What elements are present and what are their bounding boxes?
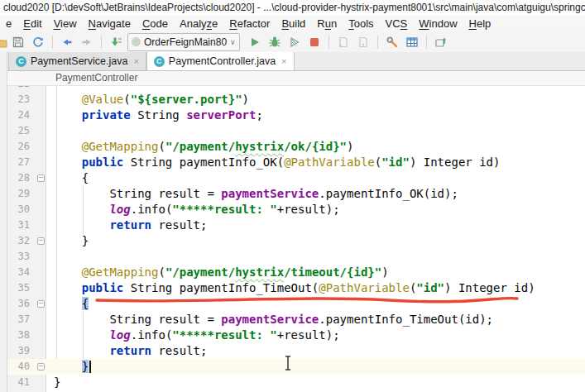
line-number[interactable]: 38 [7,327,30,343]
code-line[interactable]: private String serverPort; [54,108,263,123]
wrench-icon [386,36,399,49]
code-line[interactable]: } [54,359,91,375]
run-button[interactable] [245,33,265,51]
sync-button[interactable] [28,33,48,51]
editor-row: 40 } [0,359,585,375]
back-button[interactable] [57,33,77,51]
run-configuration-select[interactable]: OrderFeignMain80 ∨ [127,33,240,51]
coverage-icon [288,36,301,49]
line-number[interactable]: 35 [7,280,30,296]
code-line[interactable]: { [54,296,89,312]
fold-marker-icon[interactable] [37,174,45,182]
menu-item-window[interactable]: Window [413,16,463,31]
menu-item-code[interactable]: Code [137,16,174,31]
editor-row: 29 String result = paymentService.paymen… [0,186,585,202]
line-number[interactable]: 22 [7,86,30,92]
code-editor[interactable]: 2223 @Value("${server.port}")24 private … [0,86,585,392]
text-caret [89,361,91,373]
main-toolbar: OrderFeignMain80 ∨ [0,31,585,53]
settings-wrench-button[interactable] [382,33,402,51]
editor-tab-bar: CPaymentService.java×CPaymentController.… [0,52,585,71]
menu-item-navigate[interactable]: Navigate [83,16,137,31]
menu-item-e[interactable]: e [0,16,17,31]
editor-row: 37 String result = paymentService.paymen… [0,312,585,327]
editor-row: 22 [0,86,585,92]
line-number[interactable]: 41 [7,375,30,390]
sync-icon [31,36,45,49]
menu-item-help[interactable]: Help [463,16,497,31]
update-application-icon [337,36,350,49]
line-number[interactable]: 30 [7,202,30,218]
fold-marker-icon[interactable] [37,300,45,308]
grid-table-icon [405,36,419,49]
code-line[interactable]: } [54,233,89,249]
open-file-button[interactable] [0,33,8,51]
code-line[interactable]: } [54,375,60,390]
run-icon [248,36,261,49]
breadcrumb-item[interactable]: PaymentController [55,72,137,84]
chevron-down-icon: ∨ [230,38,236,46]
code-line[interactable]: log.info("*****result: "+result); [54,202,340,218]
editor-tab[interactable]: CPaymentService.java× [8,52,146,70]
menu-item-edit[interactable]: Edit [17,16,47,31]
line-number[interactable]: 39 [7,343,30,359]
menu-item-build[interactable]: Build [276,16,311,31]
code-line[interactable]: @GetMapping("/payment/hystrix/ok/{id}") [54,139,353,155]
close-icon[interactable]: × [133,56,138,66]
menu-item-analyze[interactable]: Analyze [174,16,223,31]
line-number[interactable]: 25 [7,123,30,139]
deploy-button[interactable] [431,33,451,51]
fold-marker-icon[interactable] [37,363,45,370]
run-configuration-label: OrderFeignMain80 [144,36,227,48]
update-application-button[interactable] [333,33,353,51]
line-number[interactable]: 28 [7,170,30,186]
line-number[interactable]: 37 [7,312,30,327]
window-title: cloud2020 [D:\devSoft\JetBrains\IdeaProj… [0,0,585,17]
line-number[interactable]: 36 [7,296,30,312]
line-number[interactable]: 34 [7,265,30,280]
editor-row: 33 [0,249,585,265]
line-number[interactable]: 40 [7,359,30,375]
code-line[interactable]: @Value("${server.port}") [54,92,249,108]
code-line[interactable]: { [54,170,89,186]
update-project-button[interactable] [106,33,126,51]
update-resources-button[interactable] [353,33,373,51]
line-number[interactable]: 32 [7,233,30,249]
menu-item-vcs[interactable]: VCS [380,16,414,31]
forward-button[interactable] [77,33,97,51]
menu-item-run[interactable]: Run [311,16,343,31]
code-line[interactable]: return result; [54,343,207,359]
run-with-coverage-button[interactable] [285,33,304,51]
line-number[interactable]: 27 [7,155,30,170]
code-line[interactable]: String result = paymentService.paymentIn… [54,312,493,327]
line-number[interactable]: 26 [7,139,30,155]
line-number[interactable]: 29 [7,186,30,202]
code-line[interactable]: return result; [54,218,207,233]
spring-boot-icon [132,37,141,46]
code-line[interactable]: String result = paymentService.paymentIn… [54,186,458,202]
code-line[interactable]: public String paymentInfo_TimeOut(@PathV… [54,280,535,296]
line-number[interactable]: 23 [7,92,30,108]
stop-button[interactable] [304,33,324,51]
line-number[interactable]: 33 [7,249,30,265]
close-icon[interactable]: × [281,56,286,66]
menu-item-refactor[interactable]: Refactor [223,16,276,31]
menu-item-view[interactable]: View [48,16,83,31]
editor-tab[interactable]: CPaymentController.java× [146,52,295,70]
menu-item-tools[interactable]: Tools [343,16,379,31]
code-line[interactable]: log.info("*****result: "+result); [54,327,340,343]
editor-row: 28 { [0,170,585,186]
debug-bug-icon [268,36,281,49]
code-line[interactable]: public String paymentInfo_OK(@PathVariab… [54,155,500,170]
class-icon: C [154,56,165,67]
coverage-grid-button[interactable] [402,33,422,51]
line-number[interactable]: 24 [7,108,30,123]
save-button[interactable] [8,33,28,51]
code-line[interactable]: @GetMapping("/payment/hystrix/timeout/{i… [54,265,389,280]
editor-row: 41} [0,375,585,390]
editor-row: 39 return result; [0,343,585,359]
forward-arrow-icon [80,36,94,49]
debug-button[interactable] [265,33,285,51]
fold-marker-icon[interactable] [37,237,45,245]
line-number[interactable]: 31 [7,218,30,233]
